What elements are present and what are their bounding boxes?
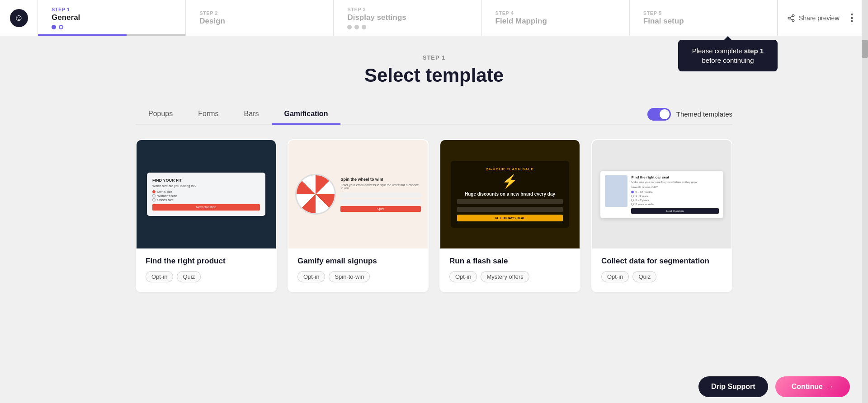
card-title-gamify: Gamify email signups (297, 257, 419, 266)
card-info-gamify: Gamify email signups Opt-in Spin-to-win (288, 248, 428, 291)
toggle-knob (660, 109, 670, 119)
svg-point-2 (792, 19, 794, 22)
bottom-bar: Drip Support Continue → (0, 370, 868, 403)
logo-icon: ☺ (10, 9, 28, 27)
step3-dot-1 (347, 25, 352, 29)
nav-actions: Share preview ⋮ (778, 0, 868, 36)
card-tags-flash: Opt-in Mystery offers (449, 271, 571, 282)
tab-gamification[interactable]: Gamification (272, 104, 341, 125)
themed-toggle-label: Themed templates (676, 110, 732, 118)
tooltip-box: Please complete step 1 before continuing (678, 40, 778, 71)
tag-opt-in-4: Opt-in (601, 271, 629, 282)
step5-progress (630, 34, 777, 36)
scrollbar-track[interactable] (862, 0, 868, 403)
tab-forms[interactable]: Forms (185, 104, 231, 125)
card-tags-gamify: Opt-in Spin-to-win (297, 271, 419, 282)
themed-toggle-switch[interactable] (647, 108, 671, 121)
card-title-collect: Collect data for segmentation (601, 257, 722, 266)
svg-line-4 (790, 16, 792, 17)
step3-dot-3 (362, 25, 366, 29)
card-title-find-product: Find the right product (146, 257, 267, 266)
step1-progress (38, 34, 185, 36)
card-preview-collect: Find the right car seat Make sure your c… (592, 140, 731, 248)
logo-char: ☺ (14, 13, 23, 23)
step3-dot-2 (354, 25, 359, 29)
drip-support-button[interactable]: Drip Support (698, 376, 768, 397)
more-icon: ⋮ (847, 12, 857, 23)
themed-templates-toggle: Themed templates (647, 108, 732, 121)
tag-spin-to-win: Spin-to-win (329, 271, 370, 282)
tabs-list: Popups Forms Bars Gamification (136, 104, 340, 124)
main-content: STEP 1 Select template Popups Forms Bars… (118, 36, 750, 352)
step3-progress (334, 34, 481, 36)
continue-label: Continue (792, 383, 823, 391)
tag-quiz-2: Quiz (632, 271, 656, 282)
find-product-widget: FIND YOUR FIT Which size are you looking… (147, 173, 265, 216)
card-preview-gamify: Spin the wheel to win! Enter your email … (288, 140, 428, 248)
template-card-collect[interactable]: Find the right car seat Make sure your c… (591, 139, 732, 292)
nav-steps: STEP 1 General STEP 2 Design STEP 3 Disp… (38, 0, 778, 36)
tag-opt-in-1: Opt-in (146, 271, 173, 282)
card-info-collect: Collect data for segmentation Opt-in Qui… (592, 248, 731, 291)
app-logo: ☺ (0, 0, 38, 36)
more-options-button[interactable]: ⋮ (847, 12, 857, 24)
step4-number: STEP 4 (495, 10, 616, 16)
collect-img (605, 175, 627, 207)
share-preview-label: Share preview (799, 14, 840, 22)
page-title: Select template (136, 65, 732, 86)
card-info-find-product: Find the right product Opt-in Quiz (137, 248, 276, 291)
template-card-gamify[interactable]: Spin the wheel to win! Enter your email … (288, 139, 429, 292)
share-preview-button[interactable]: Share preview (787, 14, 840, 22)
step2-label: Design (199, 17, 320, 26)
page-step-label: STEP 1 (136, 54, 732, 61)
tag-opt-in-3: Opt-in (449, 271, 477, 282)
scrollbar-thumb[interactable] (862, 40, 868, 58)
svg-point-1 (788, 17, 790, 19)
step4-label: Field Mapping (495, 17, 616, 26)
tab-popups[interactable]: Popups (136, 104, 185, 125)
spin-preview: Spin the wheel to win! Enter your email … (295, 174, 420, 215)
step4-progress (482, 34, 629, 36)
collect-preview-widget: Find the right car seat Make sure your c… (600, 171, 723, 218)
step1-dots (52, 25, 172, 29)
card-tags-collect: Opt-in Quiz (601, 271, 722, 282)
share-icon (787, 14, 795, 22)
step2-progress (186, 34, 333, 36)
nav-step-5[interactable]: STEP 5 Final setup (630, 0, 778, 36)
card-preview-find-product: FIND YOUR FIT Which size are you looking… (137, 140, 276, 248)
nav-step-4[interactable]: STEP 4 Field Mapping (482, 0, 630, 36)
tooltip-container: Please complete step 1 before continuing (678, 40, 778, 71)
tag-opt-in-2: Opt-in (297, 271, 325, 282)
svg-line-3 (790, 19, 792, 20)
continue-button[interactable]: Continue → (775, 376, 850, 397)
collect-form: Find the right car seat Make sure your c… (631, 175, 718, 214)
step1-dot-2 (59, 25, 63, 29)
tab-bars[interactable]: Bars (231, 104, 272, 125)
step1-number: STEP 1 (52, 7, 172, 12)
card-tags-find-product: Opt-in Quiz (146, 271, 267, 282)
cards-grid: FIND YOUR FIT Which size are you looking… (136, 139, 732, 292)
template-card-flash[interactable]: 24-HOUR FLASH SALE ⚡ Huge discounts on a… (439, 139, 580, 292)
card-title-flash: Run a flash sale (449, 257, 571, 266)
step1-dot-1 (52, 25, 56, 29)
nav-step-1[interactable]: STEP 1 General (38, 0, 186, 36)
template-card-find-product[interactable]: FIND YOUR FIT Which size are you looking… (136, 139, 277, 292)
drip-support-label: Drip Support (711, 383, 755, 390)
step2-number: STEP 2 (199, 10, 320, 16)
nav-step-3[interactable]: STEP 3 Display settings (334, 0, 481, 36)
step3-number: STEP 3 (347, 7, 467, 12)
spin-form: Spin the wheel to win! Enter your email … (340, 177, 420, 212)
tabs-row: Popups Forms Bars Gamification Themed te… (136, 104, 732, 125)
card-info-flash: Run a flash sale Opt-in Mystery offers (440, 248, 580, 291)
svg-point-0 (792, 14, 794, 17)
spin-wheel-visual (295, 174, 336, 215)
step5-label: Final setup (643, 17, 764, 26)
continue-arrow: → (826, 383, 834, 391)
nav-step-2[interactable]: STEP 2 Design (186, 0, 334, 36)
step5-number: STEP 5 (643, 10, 764, 16)
flash-preview-widget: 24-HOUR FLASH SALE ⚡ Huge discounts on a… (451, 161, 569, 228)
step1-label: General (52, 13, 172, 22)
step3-dots (347, 25, 467, 29)
step3-label: Display settings (347, 13, 467, 22)
tag-mystery-offers: Mystery offers (481, 271, 529, 282)
